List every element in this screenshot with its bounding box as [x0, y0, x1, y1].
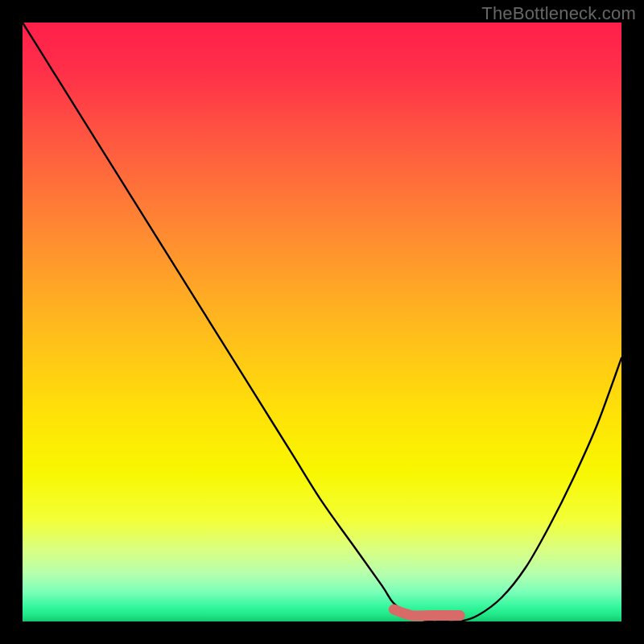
chart-frame: TheBottleneck.com — [0, 0, 644, 644]
bottleneck-curve — [23, 23, 621, 622]
plot-area — [23, 23, 621, 621]
curve-svg — [23, 23, 621, 621]
watermark-text: TheBottleneck.com — [481, 3, 636, 24]
highlight-segment — [394, 609, 460, 616]
